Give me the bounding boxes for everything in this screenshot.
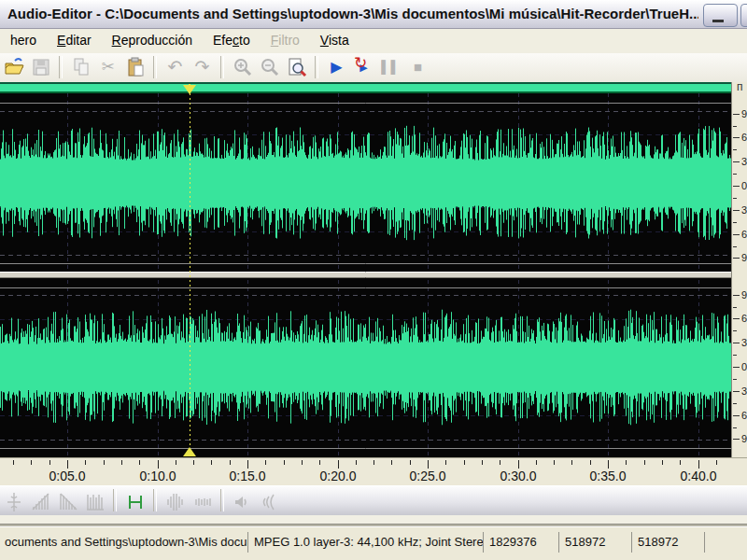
wave-trim-button[interactable]	[189, 489, 216, 515]
amplitude-minor-tick	[733, 330, 737, 331]
stop-button[interactable]: ■	[404, 54, 431, 80]
loudness-button[interactable]	[256, 489, 283, 515]
time-minor-tick	[265, 460, 266, 465]
maximize-button[interactable]	[740, 4, 747, 27]
time-major-tick	[608, 460, 609, 469]
menu-item-filtro[interactable]: Filtro	[261, 29, 310, 53]
marker-tool-button[interactable]	[0, 489, 27, 515]
status-panel-file-path: ocuments and Settings\uptodown-3\Mis doc…	[0, 532, 249, 553]
amplitude-tick	[733, 439, 740, 440]
amplitude-minor-tick	[733, 222, 737, 223]
time-minor-tick	[662, 460, 663, 465]
amplitude-tick-label: 3	[741, 156, 747, 167]
amplitude-tick-label: 6	[741, 313, 747, 324]
time-minor-tick	[302, 460, 303, 465]
undo-button[interactable]: ↶	[162, 54, 189, 80]
amplitude-minor-tick	[733, 174, 737, 175]
status-bar: ocuments and Settings\uptodown-3\Mis doc…	[0, 528, 747, 560]
paste-icon	[124, 65, 147, 81]
amplitude-tick	[733, 234, 740, 235]
status-panel-format-info: MPEG 1.0 layer-3: 44,100 kHz; Joint Ster…	[249, 532, 485, 553]
menu-item-efecto[interactable]: Efecto	[203, 29, 261, 53]
time-minor-tick	[284, 460, 285, 465]
menu-item-editar[interactable]: Editar	[47, 29, 102, 53]
cursor-marker-top[interactable]	[183, 85, 196, 94]
time-major-tick	[158, 460, 159, 469]
cut-icon: ✂	[101, 59, 114, 75]
minimize-button[interactable]	[703, 4, 738, 27]
fade-in-icon	[30, 500, 52, 516]
speaker-button[interactable]	[229, 489, 256, 515]
amplitude-tick	[733, 186, 740, 187]
tools-separator	[220, 489, 224, 511]
audio-editor-window: Audio-Editor - C:\Documents and Settings…	[0, 0, 747, 560]
amplitude-tick-label: 9	[741, 433, 747, 444]
play-icon: ▶	[331, 59, 342, 75]
fade-in-button[interactable]	[27, 489, 54, 515]
play-button[interactable]: ▶	[323, 54, 350, 80]
time-minor-tick	[680, 460, 681, 465]
time-minor-tick	[211, 460, 212, 465]
redo-button[interactable]: ↷	[189, 54, 216, 80]
time-ruler[interactable]: 0:05.00:10.00:15.00:20.00:25.00:30.00:35…	[0, 457, 747, 485]
zoom-out-button[interactable]	[256, 54, 283, 80]
fade-out-button[interactable]	[54, 489, 81, 515]
time-minor-tick	[500, 460, 500, 465]
paste-button[interactable]	[121, 54, 148, 80]
time-minor-tick	[85, 460, 86, 465]
amplitude-tick-label: 3	[741, 204, 747, 216]
time-minor-tick	[356, 460, 357, 465]
amplitude-tick-label: 9	[741, 108, 747, 119]
toolbar-separator	[315, 56, 318, 78]
copy-button[interactable]	[67, 54, 94, 80]
time-label: 0:40.0	[672, 469, 725, 483]
time-minor-tick	[464, 460, 465, 465]
time-label: 0:30.0	[492, 469, 544, 483]
time-label: 0:35.0	[582, 469, 634, 483]
minimize-icon	[712, 20, 724, 22]
amplitude-minor-tick	[733, 198, 737, 199]
zoom-out-icon	[259, 65, 281, 81]
save-file-icon	[30, 65, 52, 81]
open-file-button[interactable]	[0, 54, 27, 80]
time-major-tick	[698, 460, 699, 469]
amplitude-minor-tick	[733, 307, 737, 308]
time-minor-tick	[176, 460, 176, 465]
amplitude-minor-tick	[733, 246, 737, 247]
zoom-in-button[interactable]	[229, 54, 256, 80]
pause-button[interactable]: ▌▌	[377, 54, 404, 80]
cut-button[interactable]: ✂	[94, 54, 121, 80]
menu-item-vista[interactable]: Vista	[310, 29, 359, 53]
open-file-icon	[3, 65, 25, 81]
amplify-button[interactable]	[81, 489, 108, 515]
amplitude-tick	[733, 391, 740, 392]
time-label: 0:10.0	[132, 469, 184, 483]
amplitude-tick-label: 0	[741, 361, 747, 372]
zoom-selection-button[interactable]	[283, 54, 310, 80]
wave-insert-icon	[164, 500, 187, 516]
time-minor-tick	[482, 460, 483, 465]
overview-bar[interactable]	[0, 82, 731, 93]
window-title: Audio-Editor - C:\Documents and Settings…	[7, 0, 698, 28]
wave-trim-icon	[191, 500, 214, 516]
save-file-button[interactable]	[27, 54, 54, 80]
amplitude-minor-tick	[733, 126, 737, 127]
selection-button[interactable]	[121, 489, 148, 515]
title-bar[interactable]: Audio-Editor - C:\Documents and Settings…	[0, 0, 747, 29]
status-panel-position-samples: 518972	[560, 532, 633, 553]
menu-item-reproduccin[interactable]: Reproducción	[102, 29, 203, 53]
play-loop-button[interactable]: ▶↻	[350, 54, 377, 80]
time-label: 0:20.0	[312, 469, 364, 483]
cursor-marker-bottom[interactable]	[183, 447, 196, 456]
time-minor-tick	[391, 460, 392, 465]
fade-out-icon	[57, 500, 79, 516]
statusbar-divider	[0, 524, 747, 527]
amplitude-tick	[733, 295, 740, 296]
menu-item-hero[interactable]: hero	[0, 29, 47, 53]
waveform-display[interactable]	[0, 93, 731, 457]
time-minor-tick	[13, 460, 14, 465]
wave-insert-button[interactable]	[162, 489, 189, 515]
time-minor-tick	[139, 460, 140, 465]
amplitude-tick-label: 0	[741, 180, 747, 191]
undo-icon: ↶	[168, 60, 183, 76]
